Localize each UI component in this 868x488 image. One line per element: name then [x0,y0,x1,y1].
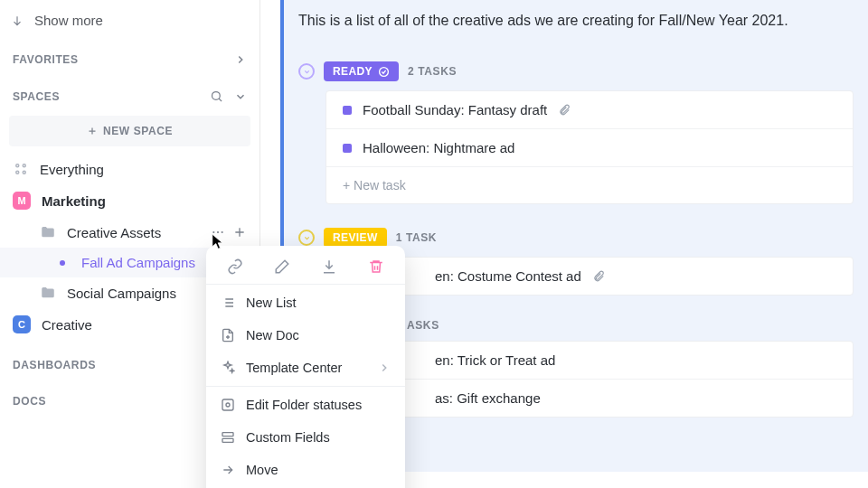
doc-description: This is a list of all of the creative ad… [298,7,854,61]
task-row[interactable]: Football Sunday: Fantasy draft [326,91,853,129]
space-marketing-label: Marketing [42,193,106,209]
trash-icon[interactable] [368,258,384,275]
task-title-partial: en: Costume Contest ad [435,268,581,284]
folder-creative-assets-label: Creative Assets [67,225,161,240]
task-title-partial: as: Gift exchange [435,390,541,406]
svg-point-3 [16,171,19,174]
menu-item-new-doc[interactable]: New Doc [206,319,405,352]
show-more-row[interactable]: Show more [0,5,259,35]
chevron-right-icon [234,53,247,66]
everything-label: Everything [40,162,104,177]
sparkle-icon [221,361,235,375]
folder-icon [40,224,56,240]
chevron-right-icon [378,361,391,374]
task-title: Football Sunday: Fantasy draft [363,102,547,117]
menu-item-label: Edit Folder statuses [246,398,362,412]
new-space-label: NEW SPACE [103,125,173,137]
svg-point-1 [16,164,19,167]
list-icon [221,296,235,310]
plus-icon [87,126,98,136]
folder-icon [40,285,56,301]
menu-item-label: Template Center [246,361,342,375]
collapse-toggle[interactable] [298,230,315,246]
svg-point-4 [23,171,25,174]
svg-point-0 [212,92,221,100]
task-list-ready: Football Sunday: Fantasy draft Halloween… [326,90,854,204]
pencil-icon[interactable] [274,258,290,275]
group-row-review: REVIEW 1 TASK [298,228,854,248]
space-badge-marketing: M [13,192,31,210]
doc-icon [221,328,235,343]
space-badge-creative: C [13,315,31,333]
menu-item-label: Move [246,463,278,477]
arrow-down-icon [11,14,24,27]
task-row[interactable]: en: Costume Contest ad [326,258,853,295]
folder-social-campaigns-label: Social Campaigns [67,286,176,301]
show-more-label: Show more [34,13,103,28]
new-task-button[interactable]: + New task [326,167,853,203]
task-status-square[interactable] [343,106,352,115]
list-fall-ad-campaigns-label: Fall Ad Campaigns [81,255,195,270]
spaces-header: SPACES [0,71,259,108]
menu-item-custom-fields[interactable]: Custom Fields [206,421,405,454]
folder-context-menu: New List New Doc Template Center Edit Fo… [206,246,405,488]
status-review-label: REVIEW [333,231,378,244]
menu-item-new-list[interactable]: New List [206,286,405,319]
menu-item-label: New Doc [246,328,299,343]
svg-rect-11 [222,433,233,436]
tasks-count-review: 1 TASK [396,231,437,244]
status-pill-ready[interactable]: READY [324,61,399,81]
menu-item-edit-statuses[interactable]: Edit Folder statuses [206,389,405,421]
svg-point-2 [23,164,25,167]
task-row[interactable]: Halloween: Nightmare ad [326,129,853,167]
link-icon[interactable] [227,258,243,275]
fields-icon [221,430,235,445]
sidebar-item-everything[interactable]: Everything [0,154,259,184]
download-icon[interactable] [321,258,337,275]
svg-rect-12 [222,438,233,442]
tasks-count-partial: ASKS [407,319,439,332]
spaces-label: SPACES [13,90,60,103]
menu-item-label: New List [246,296,297,310]
new-space-button[interactable]: NEW SPACE [9,116,250,146]
status-icon [221,398,235,412]
tasks-count-ready: 2 TASKS [408,65,457,78]
group-row-ready: READY 2 TASKS [298,61,854,81]
task-title-partial: en: Trick or Treat ad [435,352,555,368]
menu-item-label: Custom Fields [246,430,330,445]
favorites-label: FAVORITES [13,53,79,66]
menu-item-template-center[interactable]: Template Center [206,352,405,384]
favorites-header[interactable]: FAVORITES [0,35,259,71]
mouse-cursor [212,233,226,251]
chevron-down-icon[interactable] [234,90,247,103]
collapse-toggle[interactable] [298,63,315,80]
attachment-icon [592,270,605,283]
attachment-icon [558,104,571,117]
menu-separator [206,284,405,285]
move-icon [221,463,235,477]
grid-icon [13,161,29,177]
space-creative-label: Creative [42,317,92,333]
menu-separator [206,386,405,387]
task-title: Halloween: Nightmare ad [363,140,514,155]
svg-rect-9 [222,399,233,410]
task-row[interactable]: as: Gift exchange [326,380,853,417]
task-row[interactable]: en: Trick or Treat ad [326,342,853,380]
list-dot-icon [60,260,65,266]
plus-icon[interactable] [232,225,247,239]
svg-point-10 [226,403,230,407]
menu-item-move[interactable]: Move [206,454,405,486]
status-pill-review[interactable]: REVIEW [324,228,387,248]
search-icon[interactable] [210,89,223,103]
menu-toolbar [206,251,405,282]
sidebar-space-marketing[interactable]: M Marketing [0,184,259,217]
check-circle-icon [378,66,390,78]
task-status-square[interactable] [343,144,352,153]
status-ready-label: READY [333,65,373,78]
